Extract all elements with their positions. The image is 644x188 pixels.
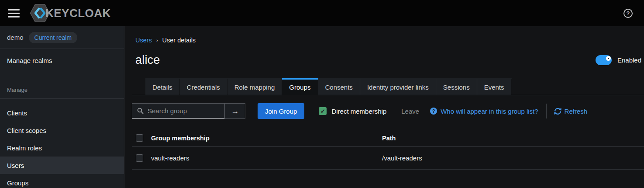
sidebar-item-realm-roles[interactable]: Realm roles [0, 139, 124, 157]
tab-groups[interactable]: Groups [282, 78, 318, 95]
current-realm-badge: Current realm [29, 32, 78, 43]
enabled-toggle-group: Enabled [596, 55, 641, 65]
sidebar: demo Current realm Manage realms Manage … [0, 26, 124, 188]
main-content: Users › User details alice Enabled Detai… [124, 26, 644, 188]
tab-consents[interactable]: Consents [318, 78, 360, 95]
leave-button[interactable]: Leave [401, 108, 419, 115]
menu-toggle-icon[interactable] [8, 9, 20, 17]
sidebar-item-clients[interactable]: Clients [0, 104, 124, 122]
sidebar-item-groups[interactable]: Groups [0, 174, 124, 188]
refresh-icon [554, 108, 561, 115]
toolbar-divider [546, 104, 547, 118]
check-icon: ✓ [320, 108, 325, 115]
tab-events[interactable]: Events [477, 78, 512, 95]
brand-wordmark: KEYCLOAK [45, 7, 111, 20]
group-membership-table: Group membership Path vault-readers /vau… [132, 129, 644, 170]
group-path-cell: /vault-readers [382, 154, 644, 162]
column-header-path: Path [382, 135, 644, 142]
group-name-cell: vault-readers [151, 154, 382, 162]
search-submit-arrow-icon[interactable]: → [224, 104, 245, 118]
table-header-row: Group membership Path [132, 129, 644, 147]
tab-credentials[interactable]: Credentials [180, 78, 227, 95]
group-list-help-text: Who will appear in this group list? [441, 108, 538, 115]
direct-membership-checkbox[interactable]: ✓ [319, 107, 327, 115]
sidebar-item-client-scopes[interactable]: Client scopes [0, 122, 124, 139]
user-tabs: Details Credentials Role mapping Groups … [132, 78, 644, 95]
realm-name: demo [7, 34, 24, 41]
select-all-checkbox[interactable] [136, 134, 143, 142]
page-title: alice [135, 53, 160, 67]
row-checkbox[interactable] [136, 154, 143, 162]
search-field [132, 104, 224, 118]
global-help-icon[interactable]: ? [623, 9, 633, 18]
tab-role-mapping[interactable]: Role mapping [227, 78, 282, 95]
sidebar-item-users[interactable]: Users [0, 157, 124, 174]
groups-toolbar: → Join Group ✓ Direct membership Leave ?… [132, 103, 644, 119]
page-header: alice Enabled [135, 53, 641, 67]
refresh-label: Refresh [565, 108, 588, 115]
topbar: KEYCLOAK ? [0, 0, 644, 26]
sidebar-section-label: Manage [0, 84, 124, 98]
refresh-button[interactable]: Refresh [554, 108, 588, 115]
tab-details[interactable]: Details [145, 78, 180, 95]
search-group-input[interactable] [148, 107, 217, 115]
table-row: vault-readers /vault-readers [132, 147, 644, 170]
breadcrumb-current: User details [162, 37, 196, 44]
direct-membership-checkbox-group: ✓ Direct membership [319, 107, 386, 115]
enabled-toggle[interactable] [596, 55, 612, 65]
realm-switcher[interactable]: demo Current realm [0, 26, 124, 49]
group-list-help-link[interactable]: ? Who will appear in this group list? [430, 108, 538, 115]
sidebar-nav: Manage realms Manage Clients Client scop… [0, 52, 124, 188]
toggle-knob-icon [606, 56, 611, 61]
breadcrumb: Users › User details [135, 37, 644, 44]
search-icon [137, 108, 144, 114]
search-group-control: → [132, 103, 245, 119]
chevron-right-icon: › [156, 38, 158, 43]
column-header-group-membership: Group membership [151, 135, 382, 142]
tab-identity-provider-links[interactable]: Identity provider links [360, 78, 436, 95]
sidebar-item-manage-realms[interactable]: Manage realms [0, 52, 124, 69]
enabled-label: Enabled [617, 56, 641, 64]
direct-membership-label[interactable]: Direct membership [331, 108, 386, 115]
keycloak-logo: KEYCLOAK [30, 4, 111, 22]
tab-sessions[interactable]: Sessions [436, 78, 477, 95]
join-group-button[interactable]: Join Group [258, 103, 304, 119]
question-circle-icon: ? [430, 108, 437, 115]
breadcrumb-users-link[interactable]: Users [135, 37, 152, 44]
